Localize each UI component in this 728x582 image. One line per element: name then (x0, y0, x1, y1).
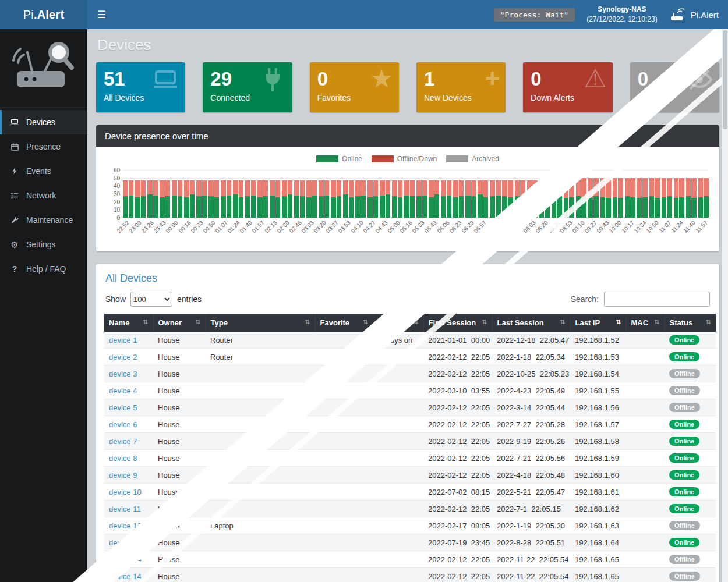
x-tick-label: 08:36 (546, 219, 561, 234)
device-link[interactable]: device 13 (109, 538, 142, 547)
bar-group (392, 170, 402, 218)
summary-card-favorites[interactable]: 0Favorites★ (310, 62, 399, 112)
col-header-status[interactable]: ⇅Status (665, 314, 716, 332)
col-header-type[interactable]: ⇅Type (206, 314, 315, 332)
sort-icon[interactable]: ⇅ (143, 318, 148, 326)
cell-favorite (315, 467, 373, 484)
bar-group (552, 170, 562, 218)
col-header-last-session[interactable]: ⇅Last Session (492, 314, 570, 332)
legend-label: Online (342, 155, 362, 163)
brand-logo[interactable]: Pi.Alert (0, 0, 87, 29)
col-header-name[interactable]: ⇅Name (104, 314, 153, 332)
sort-icon[interactable]: ⇅ (195, 318, 200, 326)
cell-group (373, 568, 423, 582)
x-tick: 00:50 (206, 218, 216, 244)
device-link[interactable]: device 7 (109, 437, 137, 446)
sort-icon[interactable]: ⇅ (560, 318, 565, 326)
summary-card-all-devices[interactable]: 51All Devices (96, 62, 185, 112)
stacked-bar (416, 180, 422, 218)
x-tick-label: 07:30 (497, 219, 512, 234)
col-header-first-session[interactable]: ⇅First Session (423, 314, 492, 332)
col-header-mac[interactable]: ⇅MAC (626, 314, 665, 332)
header-row: ⇅Name⇅Owner⇅Type⇅Favorite⇅Group⇅First Se… (104, 314, 716, 332)
stacked-bar (630, 178, 635, 218)
stacked-bar (275, 180, 281, 218)
x-tick: 11:24 (673, 218, 684, 244)
x-tick: 06:57 (476, 218, 487, 244)
sidebar-item-presence[interactable]: Presence (0, 134, 87, 159)
sidebar-item-help-faq[interactable]: ?Help / FAQ (0, 257, 87, 281)
sort-icon[interactable]: ⇅ (654, 318, 659, 326)
devices-table-body: device 1HouseRouterAlways on2021-01-01 0… (104, 332, 716, 582)
bar-group (319, 170, 329, 218)
search-label: Search: (571, 294, 599, 304)
x-tick-label: 09:27 (584, 219, 598, 234)
sidebar-item-network[interactable]: Network (0, 183, 87, 208)
cell-last-ip: 192.168.1.59 (570, 450, 626, 467)
stacked-bar (478, 180, 483, 218)
table-row: device 6House2022-02-12 22:052022-7-27 2… (104, 416, 716, 433)
sort-icon[interactable]: ⇅ (616, 318, 621, 326)
sort-icon[interactable]: ⇅ (706, 318, 711, 326)
sort-icon[interactable]: ⇅ (305, 318, 310, 326)
summary-card-new-devices[interactable]: 1New Devices+ (416, 62, 506, 112)
col-header-group[interactable]: ⇅Group (373, 314, 423, 332)
stacked-bar (532, 180, 538, 218)
search-input[interactable] (604, 292, 710, 307)
cell-first-session: 2022-07-02 08:15 (423, 484, 492, 501)
cell-owner: House (153, 332, 206, 349)
x-tick-label: 11:24 (670, 219, 684, 234)
device-link[interactable]: device 2 (109, 353, 137, 361)
sidebar-item-settings[interactable]: ⚙Settings (0, 232, 87, 257)
cell-name: device 1 (104, 332, 153, 349)
stacked-bar (355, 180, 361, 218)
sidebar-item-devices[interactable]: Devices (0, 110, 87, 134)
hamburger-menu-icon[interactable]: ☰ (87, 0, 115, 29)
stacked-bar (564, 179, 569, 218)
device-link[interactable]: device 3 (109, 370, 137, 378)
cell-group (373, 534, 423, 551)
stacked-bar (135, 180, 140, 218)
stacked-bar (471, 180, 476, 218)
x-tick: 02:46 (292, 218, 302, 244)
col-header-label: Type (211, 318, 228, 327)
legend-item-online: Online (316, 155, 362, 163)
col-header-last-ip[interactable]: ⇅Last IP (570, 314, 626, 332)
device-link[interactable]: device 6 (109, 420, 137, 429)
summary-card-archived[interactable]: 0Archived (630, 62, 719, 112)
scrollbar-thumb[interactable] (723, 30, 727, 129)
device-link[interactable]: device 10 (109, 488, 142, 496)
col-header-favorite[interactable]: ⇅Favorite (315, 314, 373, 332)
stacked-bar (679, 178, 684, 218)
cell-owner: House (153, 382, 206, 399)
sidebar-item-maintenance[interactable]: Maintenance (0, 208, 87, 232)
device-link[interactable]: device 5 (109, 403, 137, 412)
device-link[interactable]: device 4 (109, 386, 137, 395)
cell-name: device 13 (104, 534, 153, 551)
cell-last-ip: 192.168.1.65 (570, 551, 626, 568)
cell-last-session: 2022-3-14 22:05.44 (492, 399, 570, 416)
sort-icon[interactable]: ⇅ (363, 318, 368, 326)
sort-icon[interactable]: ⇅ (482, 318, 487, 326)
col-header-owner[interactable]: ⇅Owner (153, 314, 206, 332)
bar-group (184, 170, 195, 218)
device-link[interactable]: device 14 (109, 572, 142, 581)
sidebar-item-events[interactable]: Events (0, 159, 87, 183)
device-link[interactable]: device 1 (109, 336, 137, 345)
vertical-scrollbar[interactable] (722, 29, 728, 582)
sort-icon[interactable]: ⇅ (413, 318, 418, 326)
x-tick: 10:50 (649, 218, 659, 244)
device-link[interactable]: device 11 (109, 505, 141, 513)
table-row: device 14House2022-02-12 22:052022-11-22… (104, 568, 716, 582)
device-link[interactable]: device 8 (109, 454, 137, 463)
stacked-bar (698, 178, 704, 218)
stacked-bar (257, 180, 263, 218)
device-link[interactable]: device 12 (109, 521, 142, 530)
summary-card-connected[interactable]: 29Connected (203, 62, 292, 112)
stacked-bar (288, 180, 293, 218)
device-link[interactable]: device 9 (109, 471, 137, 480)
device-link[interactable]: device 14 (109, 555, 142, 564)
x-tick-label: 10:00 (608, 219, 623, 234)
summary-card-down-alerts[interactable]: 0Down Alerts⚠ (523, 62, 612, 112)
entries-select[interactable]: 100 (130, 292, 172, 307)
